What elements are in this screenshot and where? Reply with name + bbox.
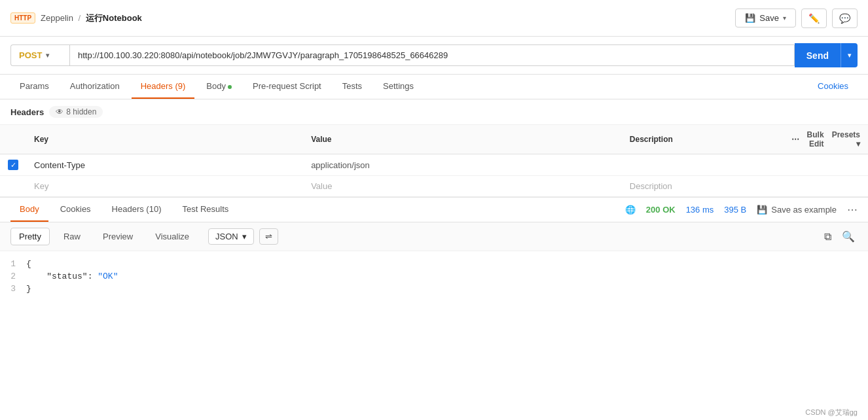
top-bar-right: 💾 Save ▾ ✏️ 💬 (735, 9, 858, 28)
res-tab-cookies[interactable]: Cookies (51, 198, 100, 222)
view-preview-button[interactable]: Preview (94, 228, 141, 245)
send-chevron-icon: ▾ (841, 43, 858, 67)
tab-body[interactable]: Body (197, 75, 241, 99)
wrap-icon: ⇌ (265, 232, 272, 241)
edit-icon: ✏️ (808, 13, 820, 24)
tab-authorization[interactable]: Authorization (61, 75, 129, 99)
tab-params[interactable]: Params (10, 75, 58, 99)
top-bar-left: HTTP Zeppelin / 运行Notebook (10, 12, 142, 24)
view-visualize-button[interactable]: Visualize (147, 228, 198, 245)
tab-cookies[interactable]: Cookies (808, 75, 858, 99)
col-actions: ⋯ Bulk Edit Presets ▾ (784, 125, 868, 154)
row2-value[interactable]: Value (303, 176, 622, 197)
save-button[interactable]: 💾 Save ▾ (735, 9, 796, 27)
col-value: Value (303, 125, 622, 154)
wrap-button[interactable]: ⇌ (259, 228, 278, 245)
row2-key[interactable]: Key (26, 176, 303, 197)
copy-button[interactable]: ⧉ (822, 228, 834, 245)
code-area: 1 { 2 "status": "OK" 3 } (0, 251, 868, 302)
code-content-3: } (26, 284, 868, 294)
view-pretty-button[interactable]: Pretty (10, 228, 50, 245)
send-label: Send (795, 50, 841, 61)
method-chevron-icon: ▾ (46, 52, 49, 59)
format-label: JSON (215, 232, 238, 241)
view-raw-button[interactable]: Raw (55, 228, 89, 245)
method-select[interactable]: POST ▾ (10, 44, 69, 66)
col-description: Description (622, 125, 784, 154)
format-chevron-icon: ▾ (242, 232, 247, 241)
url-bar: POST ▾ Send ▾ (0, 37, 868, 75)
headers-section-header: Headers 👁 8 hidden (0, 99, 868, 125)
code-line-1: 1 { (0, 258, 868, 270)
res-tab-testresults[interactable]: Test Results (173, 198, 238, 222)
request-tabs: Params Authorization Headers (9) Body Pr… (0, 75, 868, 99)
send-button[interactable]: Send ▾ (795, 43, 858, 67)
breadcrumb-sep: / (79, 13, 81, 23)
line-num-2: 2 (0, 271, 26, 281)
search-button[interactable]: 🔍 (839, 228, 858, 245)
tab-settings[interactable]: Settings (374, 75, 423, 99)
presets-button[interactable]: Presets ▾ (832, 130, 860, 149)
tab-headers[interactable]: Headers (9) (132, 75, 195, 99)
save-label: Save (759, 13, 779, 23)
globe-icon: 🌐 (625, 205, 636, 215)
tab-prerequest[interactable]: Pre-request Script (244, 75, 331, 99)
save-example-button[interactable]: 💾 Save as example (757, 205, 837, 215)
save-example-label: Save as example (771, 205, 837, 215)
body-actions: ⧉ 🔍 (822, 228, 858, 245)
headers-title: Headers (10, 107, 44, 117)
breadcrumb: Zeppelin / 运行Notebook (41, 12, 142, 24)
row1-description[interactable] (622, 154, 784, 176)
table-row: Key Value Description (0, 176, 868, 197)
chevron-down-icon: ▾ (783, 14, 786, 22)
row1-checkbox-cell: ✓ (0, 154, 26, 176)
hidden-badge: 👁 8 hidden (49, 106, 103, 118)
more-options-button[interactable]: ⋯ (847, 203, 858, 216)
row2-checkbox-cell (0, 176, 26, 197)
checkmark-icon: ✓ (10, 161, 16, 169)
response-size: 395 B (724, 205, 746, 215)
response-time: 136 ms (686, 205, 714, 215)
status-code: 200 OK (646, 205, 676, 215)
code-content-1: { (26, 259, 868, 269)
breadcrumb-page: 运行Notebook (86, 13, 142, 23)
line-num-3: 3 (0, 284, 26, 294)
row1-value[interactable]: application/json (303, 154, 622, 176)
bulk-edit-button[interactable]: Bulk Edit (807, 130, 824, 149)
col-key: Key (26, 125, 303, 154)
row1-checkbox[interactable]: ✓ (8, 160, 18, 170)
format-select[interactable]: JSON ▾ (208, 228, 254, 245)
edit-button[interactable]: ✏️ (801, 9, 827, 28)
save-example-icon: 💾 (757, 205, 767, 215)
url-input[interactable] (69, 44, 795, 66)
headers-table-wrapper: Key Value Description ⋯ Bulk Edit Preset… (0, 125, 868, 197)
eye-icon: 👁 (56, 107, 63, 116)
tab-tests[interactable]: Tests (333, 75, 371, 99)
row2-actions (784, 176, 868, 197)
response-meta: 🌐 200 OK 136 ms 395 B 💾 Save as example … (625, 203, 858, 216)
row1-key[interactable]: Content-Type (26, 154, 303, 176)
footer-text: CSDN @艾瑞gg (805, 408, 858, 416)
res-tab-body[interactable]: Body (10, 198, 48, 222)
breadcrumb-zeppelin[interactable]: Zeppelin (41, 13, 73, 23)
res-tab-headers[interactable]: Headers (10) (103, 198, 171, 222)
search-icon: 🔍 (842, 231, 855, 242)
response-tabs: Body Cookies Headers (10) Test Results 🌐… (0, 197, 868, 222)
row2-description[interactable]: Description (622, 176, 784, 197)
line-num-1: 1 (0, 259, 26, 269)
comment-button[interactable]: 💬 (832, 9, 858, 28)
code-content-2: "status": "OK" (26, 271, 868, 281)
response-body-bar: Pretty Raw Preview Visualize JSON ▾ ⇌ ⧉ … (0, 222, 868, 251)
top-bar: HTTP Zeppelin / 运行Notebook 💾 Save ▾ ✏️ 💬 (0, 0, 868, 37)
copy-icon: ⧉ (824, 231, 831, 242)
col-checkbox (0, 125, 26, 154)
hidden-count: 8 hidden (66, 107, 96, 116)
code-line-3: 3 } (0, 283, 868, 295)
code-area-wrapper: 1 { 2 "status": "OK" 3 } (0, 251, 868, 302)
dots-icon[interactable]: ⋯ (791, 135, 799, 144)
method-label: POST (19, 50, 42, 60)
footer: CSDN @艾瑞gg (805, 408, 858, 417)
headers-table: Key Value Description ⋯ Bulk Edit Preset… (0, 125, 868, 197)
code-line-2: 2 "status": "OK" (0, 270, 868, 283)
save-icon: 💾 (745, 13, 755, 23)
